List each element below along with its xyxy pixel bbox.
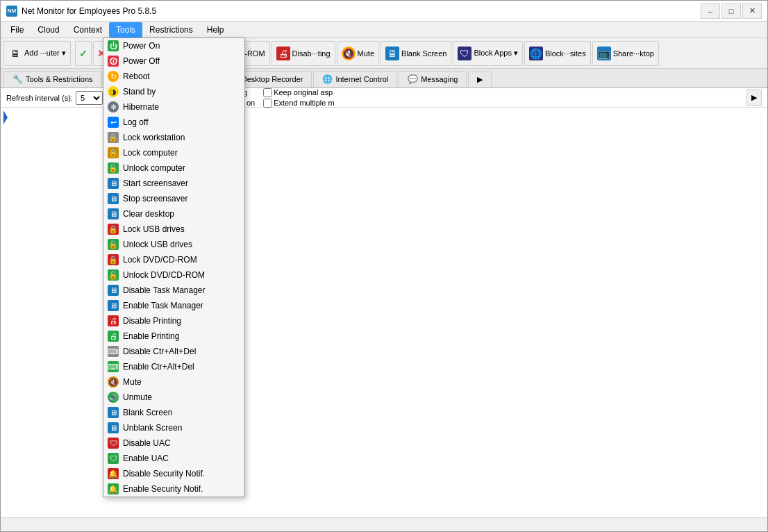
dropdown-item-log-off[interactable]: ↩ Log off (103, 115, 244, 130)
tab-more[interactable]: ▶ (468, 72, 492, 87)
dropdown-item-lock-workstation[interactable]: 🔒 Lock workstation (103, 130, 244, 145)
disable-btn[interactable]: 🖨 Disab···ting (272, 41, 335, 66)
dropdown-item-enable-cad[interactable]: ⌨ Enable Ctr+Alt+Del (103, 359, 244, 374)
dropdown-item-power-off[interactable]: ⏼ Power Off (103, 53, 244, 69)
enable-sec-notif-icon: 🔔 (108, 483, 119, 494)
enable-task-mgr-label: Enable Task Manager (123, 301, 203, 310)
dropdown-item-disable-uac[interactable]: 🛡 Disable UAC (103, 435, 244, 451)
extend-multiple-label[interactable]: Extend multiple m (263, 99, 334, 108)
power-off-icon: ⏼ (108, 56, 119, 67)
messaging-icon: 💬 (408, 74, 418, 84)
refresh-select[interactable]: 5 10 30 (76, 91, 103, 105)
dropdown-item-unmute[interactable]: 🔊 Unmute (103, 390, 244, 405)
maximize-button[interactable]: □ (721, 3, 741, 19)
dropdown-item-disable-cad[interactable]: ⌨ Disable Ctr+Alt+Del (103, 344, 244, 359)
disable-label: Disab···ting (292, 49, 331, 58)
dropdown-item-disable-task-mgr[interactable]: 🖥 Disable Task Manager (103, 283, 244, 298)
dropdown-item-hibernate[interactable]: ❄ Hibernate (103, 99, 244, 115)
mute-icon: 🔇 (342, 47, 356, 60)
dropdown-item-stand-by[interactable]: ◑ Stand by (103, 84, 244, 99)
disable-sec-notif-label: Disable Security Notif. (123, 469, 205, 479)
internet-control-icon: 🌐 (322, 74, 333, 84)
title-bar: NM Net Monitor for Employees Pro 5.8.5 –… (1, 1, 767, 22)
dropdown-item-reboot[interactable]: ↻ Reboot (103, 69, 244, 84)
reboot-icon: ↻ (108, 71, 119, 82)
unmute-label: Unmute (123, 392, 152, 402)
dropdown-item-clear-desktop[interactable]: 🖥 Clear desktop (103, 206, 244, 222)
dropdown-item-start-screensaver[interactable]: 🖥 Start screensaver (103, 176, 244, 191)
refresh-arrow-btn[interactable]: ▶ (746, 90, 762, 106)
unlock-computer-icon: 🔓 (108, 163, 119, 174)
add-computer-label: Add ···uter ▾ (24, 49, 66, 58)
ok-button[interactable]: ✓ (75, 41, 92, 66)
close-button[interactable]: ✕ (742, 3, 762, 19)
unlock-usb-icon: 🔓 (108, 239, 119, 250)
dropdown-item-enable-task-mgr[interactable]: 🖥 Enable Task Manager (103, 298, 244, 313)
menu-file[interactable]: File (3, 22, 31, 38)
tab-tools-restrictions[interactable]: 🔧 Tools & Restrictions (3, 71, 102, 87)
lock-workstation-label: Lock workstation (123, 133, 185, 142)
keep-original-label[interactable]: Keep original asp (263, 88, 334, 97)
dropdown-item-disable-sec-notif[interactable]: 🔔 Disable Security Notif. (103, 466, 244, 481)
share-desktop-icon: 📺 (597, 47, 611, 60)
dropdown-item-enable-sec-notif[interactable]: 🔔 Enable Security Notif. (103, 481, 244, 497)
internet-control-label: Internet Control (335, 75, 388, 83)
blank-screen-button[interactable]: 🖥 Blank Screen (381, 41, 451, 66)
tools-restrictions-icon: 🔧 (12, 74, 23, 84)
power-on-icon: ⏻ (108, 40, 119, 51)
dropdown-item-unlock-computer[interactable]: 🔓 Unlock computer (103, 160, 244, 176)
disable-printing-icon: 🖨 (108, 315, 119, 326)
disable-cad-label: Disable Ctr+Alt+Del (123, 347, 196, 356)
dropdown-item-blank-screen[interactable]: 🖥 Blank Screen (103, 405, 244, 420)
add-computer-button[interactable]: 🖥 Add ···uter ▾ (3, 41, 71, 66)
dropdown-item-power-on[interactable]: ⏻ Power On (103, 38, 244, 53)
dropdown-item-enable-printing[interactable]: 🖨 Enable Printing (103, 329, 244, 344)
log-off-icon: ↩ (108, 117, 119, 128)
unlock-dvd-label: Unlock DVD/CD-ROM (123, 270, 205, 280)
hibernate-icon: ❄ (108, 101, 119, 113)
enable-printing-label: Enable Printing (123, 331, 179, 341)
blank-screen-menu-icon: 🖥 (108, 407, 119, 418)
menu-cloud[interactable]: Cloud (31, 22, 66, 38)
dropdown-item-unlock-dvd[interactable]: 🔓 Unlock DVD/CD-ROM (103, 267, 244, 283)
mute-button[interactable]: 🔇 Mute (337, 41, 379, 66)
window-title: Net Monitor for Employees Pro 5.8.5 (22, 6, 701, 16)
menu-tools[interactable]: Tools (109, 22, 142, 38)
menu-help[interactable]: Help (200, 22, 231, 38)
block-apps-button[interactable]: 🛡 Block Apps ▾ (453, 41, 522, 66)
lock-computer-icon: 🔒 (108, 147, 119, 158)
tab-internet-control[interactable]: 🌐 Internet Control (313, 71, 397, 87)
mute-menu-label: Mute (123, 377, 142, 387)
tab-messaging[interactable]: 💬 Messaging (399, 71, 467, 87)
app-icon: NM (6, 6, 17, 17)
dropdown-item-lock-computer[interactable]: 🔒 Lock computer (103, 145, 244, 160)
blue-arrow-indicator (3, 110, 10, 124)
dropdown-item-lock-dvd[interactable]: 🔒 Lock DVD/CD-ROM (103, 252, 244, 267)
enable-printing-icon: 🖨 (108, 331, 119, 342)
go-button[interactable]: ▶ (746, 90, 762, 106)
enable-sec-notif-label: Enable Security Notif. (123, 484, 203, 494)
block-sites-button[interactable]: 🌐 Block···sites (524, 41, 591, 66)
stop-screensaver-icon: 🖥 (108, 193, 119, 204)
menu-restrictions[interactable]: Restrictions (142, 22, 200, 38)
dropdown-item-mute[interactable]: 🔇 Mute (103, 374, 244, 390)
lock-dvd-label: Lock DVD/CD-ROM (123, 255, 197, 265)
power-on-label: Power On (123, 41, 160, 51)
dropdown-item-unlock-usb[interactable]: 🔓 Unlock USB drives (103, 237, 244, 252)
minimize-button[interactable]: – (701, 3, 720, 19)
enable-cad-icon: ⌨ (108, 361, 119, 372)
status-bar (1, 517, 767, 531)
dropdown-item-enable-uac[interactable]: 🛡 Enable UAC (103, 451, 244, 466)
dropdown-item-lock-usb[interactable]: 🔒 Lock USB drives (103, 222, 244, 237)
share-desktop-button[interactable]: 📺 Share···ktop (592, 41, 659, 66)
keep-original-checkbox[interactable] (263, 88, 272, 97)
stop-screensaver-label: Stop screensaver (123, 194, 187, 203)
extend-multiple-checkbox[interactable] (263, 99, 272, 108)
dropdown-item-unblank-screen[interactable]: 🖥 Unblank Screen (103, 420, 244, 435)
tools-dropdown-menu: ⏻ Power On ⏼ Power Off ↻ Reboot ◑ Stand … (103, 38, 245, 497)
dropdown-item-disable-printing[interactable]: 🖨 Disable Printing (103, 313, 244, 329)
menu-context[interactable]: Context (67, 22, 109, 38)
add-computer-icon: 🖥 (8, 47, 22, 60)
app-icon-text: NM (8, 8, 16, 14)
dropdown-item-stop-screensaver[interactable]: 🖥 Stop screensaver (103, 191, 244, 206)
